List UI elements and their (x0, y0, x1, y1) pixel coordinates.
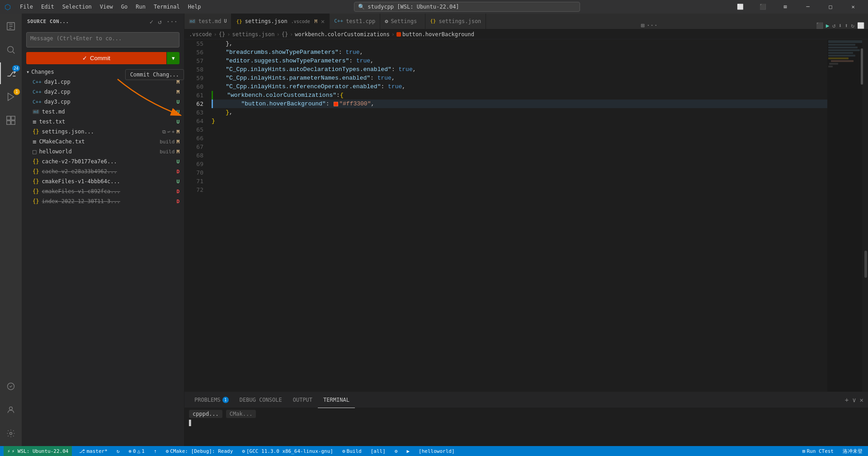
toggle-primary-sidebar[interactable]: ⬛ (816, 22, 823, 29)
activity-run-debug[interactable]: 1 (0, 86, 22, 108)
list-item[interactable]: {} cmakeFiles-v1-c892fca... D (22, 186, 184, 196)
menu-help[interactable]: Help (184, 3, 205, 11)
menu-run[interactable]: Run (132, 3, 149, 11)
menu-edit[interactable]: Edit (38, 3, 58, 11)
tab-close-button[interactable]: ✕ (321, 18, 325, 25)
scrollbar-thumb[interactable] (864, 251, 867, 278)
list-item[interactable]: {} cache-v2-7b0177ea7e6... U (22, 157, 184, 166)
menu-go[interactable]: Go (118, 3, 131, 11)
split-editor-icon[interactable]: ⊞ (641, 22, 644, 29)
code-line-57: "editor.suggest.showTypeParameters": tru… (212, 57, 827, 65)
list-item[interactable]: ≡ CMakeCache.txt build M (22, 137, 184, 147)
activity-explorer[interactable] (0, 15, 22, 37)
split-terminal-icon[interactable]: ∨ (852, 396, 856, 404)
add-terminal-icon[interactable]: + (845, 396, 849, 404)
errors-status[interactable]: ⊗ 0 △ 1 (127, 446, 146, 456)
breadcrumb-customizations[interactable]: workbench.colorCustomizations (295, 31, 390, 38)
list-item[interactable]: {} settings.json... ⧉ ↩ + M (22, 127, 184, 137)
close-button[interactable]: ✕ (843, 0, 863, 14)
more-tabs-icon[interactable]: ··· (646, 22, 658, 29)
sidebar-toggle[interactable]: ⊞ (775, 0, 796, 14)
activity-remote[interactable] (0, 375, 22, 397)
restart-icon[interactable]: ↺ (832, 22, 836, 29)
breadcrumb-item[interactable]: .vscode (189, 31, 212, 38)
refresh-icon[interactable]: ↺ (157, 17, 162, 26)
add-icon[interactable]: + (172, 129, 175, 135)
branch-status[interactable]: ⎇ master* (77, 446, 109, 456)
step-over-icon[interactable]: ⬇ (839, 22, 842, 29)
gcc-status[interactable]: ⚙ [GCC 11.3.0 x86_64-linux-gnu] (240, 446, 335, 456)
commit-message-input[interactable]: Message (Ctrl+Enter to co... (26, 32, 179, 48)
list-item[interactable]: C++ day2.cpp M (22, 87, 184, 97)
continue-icon[interactable]: ↻ (851, 22, 854, 29)
stop-icon[interactable]: ⬜ (857, 22, 864, 29)
code-line-67 (212, 142, 827, 151)
run-status[interactable]: ▶ (405, 446, 411, 456)
step-up-icon[interactable]: ⬆ (844, 22, 848, 29)
code-line-66 (212, 134, 827, 142)
list-item[interactable]: {} cache-v2-e28a33b4962... D (22, 166, 184, 176)
tab-terminal[interactable]: TERMINAL (318, 392, 355, 408)
terminal-tab-cpppd[interactable]: cpppd... (189, 410, 222, 418)
menu-terminal[interactable]: Terminal (150, 3, 184, 11)
list-item[interactable]: md test.md U (22, 107, 184, 117)
search-box[interactable]: 🔍 studycpp [WSL: Ubuntu-22.04] (354, 2, 580, 12)
activity-settings[interactable] (0, 423, 22, 444)
remote-status[interactable]: ⚡ ⚡ WSL: Ubuntu-22.04 (4, 446, 72, 456)
activity-extensions[interactable] (0, 109, 22, 131)
settings-status[interactable]: ⚙ (393, 446, 400, 456)
list-item[interactable]: □ helloworld build M (22, 147, 184, 157)
tab-problems[interactable]: PROBLEMS 1 (189, 392, 234, 408)
list-item[interactable]: C++ day3.cpp U (22, 97, 184, 107)
cpp-icon: C++ (33, 89, 42, 95)
menu-selection[interactable]: Selection (59, 3, 95, 11)
commit-button[interactable]: ✓ Commit (26, 52, 166, 64)
minimize-button[interactable]: ─ (797, 0, 818, 14)
line-72: 72 (184, 185, 203, 194)
breadcrumb-item-3[interactable]: {} (282, 31, 288, 38)
tab-settings-json[interactable]: {} settings.json .vscode M ✕ (231, 14, 330, 29)
activity-source-control[interactable]: ⎇ 24 (0, 62, 22, 84)
panel-toggle[interactable]: ⬛ (752, 0, 773, 14)
sidebar-actions: ✓ ↺ ··· (149, 17, 179, 26)
current-target-status[interactable]: [helloworld] (417, 446, 456, 456)
tab-settings[interactable]: ⚙ Settings (380, 14, 425, 29)
more-actions-icon[interactable]: ··· (165, 17, 179, 26)
breadcrumb-item-2[interactable]: {} (219, 31, 225, 38)
list-item[interactable]: ≡ test.txt U (22, 117, 184, 127)
list-item[interactable]: {} index-2022-12-30T11-3... D (22, 196, 184, 206)
build-target[interactable]: [all] (369, 446, 387, 456)
breadcrumb: .vscode › {} › settings.json › {} › work… (184, 29, 868, 39)
editor-scrollbar[interactable] (863, 39, 868, 392)
code-content[interactable]: }, "breadcrumbs.showTypeParameters": tru… (207, 39, 827, 392)
activity-accounts[interactable] (0, 399, 22, 421)
start-debugging[interactable]: ▶ (826, 22, 830, 29)
tab-settings-json2[interactable]: {} settings.json (425, 14, 486, 29)
ctest-status[interactable]: ⊞ Run CTest (801, 446, 835, 456)
breadcrumb-file[interactable]: settings.json (232, 31, 275, 38)
terminal-area[interactable]: cpppd... CMak... ▋ (184, 408, 868, 446)
menu-view[interactable]: View (96, 3, 117, 11)
list-item[interactable]: {} cmakeFiles-v1-4bbb64c... U (22, 176, 184, 186)
discard-icon[interactable]: ↩ (167, 129, 170, 135)
commit-check-icon[interactable]: ✓ (149, 17, 154, 26)
tab-debug-console[interactable]: DEBUG CONSOLE (234, 392, 288, 408)
terminal-tab-cmake[interactable]: CMak... (226, 410, 256, 418)
sync-status[interactable]: ↻ (115, 446, 122, 456)
build-status[interactable]: ⚙ Build (340, 446, 363, 456)
close-panel-icon[interactable]: ✕ (860, 396, 863, 404)
activity-search[interactable] (0, 39, 22, 61)
minimap (827, 39, 863, 392)
breadcrumb-button[interactable]: button.hoverBackground (396, 31, 474, 38)
publish-status[interactable]: ⇡ (152, 446, 159, 456)
tab-test1-cpp[interactable]: C++ test1.cpp (330, 14, 380, 29)
tab-output[interactable]: OUTPUT (288, 392, 318, 408)
menu-file[interactable]: File (16, 3, 37, 11)
extra-status[interactable]: 洛冲未登 (841, 446, 864, 456)
copy-icon[interactable]: ⧉ (162, 129, 166, 135)
layout-toggle[interactable]: ⬜ (730, 0, 750, 14)
tab-test-md[interactable]: md test.md U (184, 14, 231, 29)
commit-dropdown-button[interactable]: ▾ (167, 52, 179, 64)
cmake-status[interactable]: ⚙ CMake: [Debug]: Ready (164, 446, 235, 456)
maximize-button[interactable]: □ (820, 0, 841, 14)
